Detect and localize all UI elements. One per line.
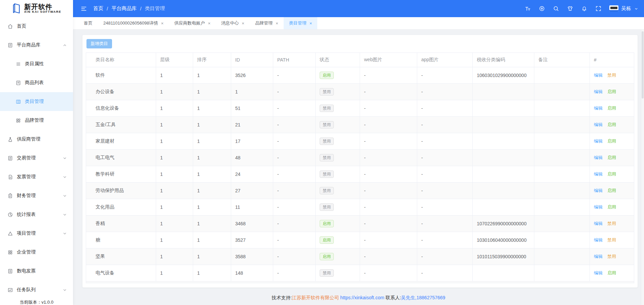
edit-link[interactable]: 编辑	[594, 254, 603, 259]
status-badge: 禁用	[320, 269, 334, 277]
fullscreen-icon[interactable]	[595, 5, 602, 12]
status-badge: 禁用	[320, 187, 334, 194]
sidebar-item-品牌管理[interactable]: 品牌管理	[0, 111, 73, 130]
theme-icon[interactable]	[567, 5, 573, 12]
toggle-status-link[interactable]: 禁用	[607, 73, 616, 78]
vertical-scrollbar[interactable]	[641, 30, 644, 305]
footer-link[interactable]: 江苏新开软件有限公司	[292, 295, 339, 300]
cell-status: 禁用	[316, 100, 360, 117]
toggle-status-link[interactable]: 禁用	[607, 237, 616, 242]
edit-link[interactable]: 编辑	[594, 122, 603, 127]
breadcrumb-item[interactable]: 平台商品库	[111, 5, 137, 12]
cell-sort: 1	[193, 216, 231, 232]
footer-link[interactable]: 吴先生,18862757669	[401, 295, 445, 300]
table-row: 软件113526-启用--1060301029900000000编辑禁用	[86, 67, 634, 84]
column-header: app图片	[417, 53, 473, 67]
toggle-status-link[interactable]: 禁用	[607, 254, 616, 259]
table-row: 办公设备111-禁用--编辑启用	[86, 84, 634, 100]
toggle-status-link[interactable]: 启用	[607, 139, 616, 144]
tab-品牌管理[interactable]: 品牌管理×	[250, 17, 284, 29]
locale-icon[interactable]	[539, 5, 545, 12]
sidebar-item-商品列表[interactable]: 商品列表	[0, 73, 73, 92]
footer-link[interactable]: https://xinkaisoft.com	[339, 295, 384, 300]
sidebar-item-供应商管理[interactable]: 供应商管理	[0, 130, 73, 149]
edit-link[interactable]: 编辑	[594, 204, 603, 209]
add-category-button[interactable]: 新增类目	[86, 39, 112, 48]
sidebar-item-数电发票[interactable]: 数电发票	[0, 262, 73, 280]
cell-id: 148	[231, 265, 273, 281]
edit-link[interactable]: 编辑	[594, 171, 603, 177]
edit-link[interactable]: 编辑	[594, 73, 603, 78]
tab-close-icon[interactable]: ×	[208, 21, 211, 26]
cell-remark	[534, 84, 590, 100]
edit-link[interactable]: 编辑	[594, 188, 603, 193]
tab-首页[interactable]: 首页	[78, 17, 98, 29]
chevron-down-icon	[634, 6, 639, 11]
tab-类目管理[interactable]: 类目管理×	[284, 17, 318, 29]
tab-close-icon[interactable]: ×	[310, 21, 312, 26]
toggle-status-link[interactable]: 启用	[607, 188, 616, 193]
cell-tax-code	[473, 133, 534, 150]
tab-供应商数电账户[interactable]: 供应商数电账户×	[169, 17, 216, 29]
toggle-status-link[interactable]: 启用	[607, 204, 616, 209]
table-row: 信息化设备1151-禁用--编辑启用	[86, 100, 634, 117]
collapse-menu-icon[interactable]	[80, 5, 87, 12]
toggle-status-link[interactable]: 禁用	[607, 221, 616, 226]
category-manage-icon	[15, 99, 21, 105]
edit-link[interactable]: 编辑	[594, 106, 603, 111]
sidebar-item-首页[interactable]: 首页	[0, 17, 73, 36]
tab-消息中心[interactable]: 消息中心×	[216, 17, 250, 29]
sidebar-item-企业管理[interactable]: 企业管理	[0, 243, 73, 262]
edit-link[interactable]: 编辑	[594, 221, 603, 226]
toggle-status-link[interactable]: 启用	[607, 171, 616, 177]
tab-close-icon[interactable]: ×	[276, 21, 278, 26]
cell-path: -	[273, 216, 316, 232]
edit-link[interactable]: 编辑	[594, 89, 603, 94]
column-header: 状态	[316, 53, 360, 67]
sidebar-item-类目属性[interactable]: 类目属性	[0, 54, 73, 73]
sidebar-item-交易管理[interactable]: 交易管理	[0, 149, 73, 167]
toggle-status-link[interactable]: 启用	[607, 155, 616, 160]
edit-link[interactable]: 编辑	[594, 155, 603, 160]
toggle-status-link[interactable]: 启用	[607, 122, 616, 127]
cell-remark	[534, 166, 590, 183]
app-logo[interactable]: 新开软件 XIN KAI SOFTWARE	[0, 0, 73, 17]
finance-icon	[7, 193, 13, 199]
edit-link[interactable]: 编辑	[594, 139, 603, 144]
tab-label: 消息中心	[221, 20, 239, 26]
font-size-icon[interactable]	[525, 5, 531, 12]
cell-category-name: 办公设备	[86, 84, 156, 100]
cell-actions: 编辑启用	[590, 183, 634, 199]
toggle-status-link[interactable]: 启用	[607, 270, 616, 275]
sidebar-item-项目管理[interactable]: 项目管理	[0, 224, 73, 243]
sidebar-item-平台商品库[interactable]: 平台商品库	[0, 36, 73, 54]
edit-link[interactable]: 编辑	[594, 270, 603, 275]
sidebar-item-发票管理[interactable]: 发票管理	[0, 167, 73, 186]
scrollbar-thumb[interactable]	[642, 31, 644, 99]
toggle-status-link[interactable]: 启用	[607, 89, 616, 94]
sidebar-item-财务管理[interactable]: 财务管理	[0, 186, 73, 205]
avatar	[609, 5, 618, 12]
sidebar-item-类目管理[interactable]: 类目管理	[0, 92, 73, 111]
cell-id: 48	[231, 150, 273, 166]
table-row: 糖113527-启用--1030106040000000000编辑禁用	[86, 232, 634, 249]
chevron-down-icon	[63, 288, 67, 292]
chevron-down-icon	[63, 194, 67, 198]
cell-level: 1	[156, 133, 193, 150]
cell-category-name: 香精	[86, 216, 156, 232]
sidebar-item-任务队列[interactable]: 任务队列	[0, 280, 73, 299]
breadcrumb-item: 类目管理	[145, 5, 165, 12]
edit-link[interactable]: 编辑	[594, 237, 603, 242]
breadcrumb-item[interactable]: 首页	[93, 5, 103, 12]
user-menu[interactable]: 吴栋	[609, 5, 639, 12]
tab-close-icon[interactable]: ×	[242, 21, 245, 26]
tab-2481101000026056098详情[interactable]: 2481101000026056098详情×	[98, 17, 169, 29]
notification-bell-icon[interactable]	[581, 5, 587, 12]
tab-close-icon[interactable]: ×	[161, 21, 164, 26]
cell-actions: 编辑禁用	[590, 67, 634, 84]
cell-id: 27	[231, 183, 273, 199]
status-badge: 启用	[320, 253, 334, 260]
search-icon[interactable]	[553, 5, 559, 12]
toggle-status-link[interactable]: 启用	[607, 106, 616, 111]
sidebar-item-统计报表[interactable]: 统计报表	[0, 205, 73, 224]
